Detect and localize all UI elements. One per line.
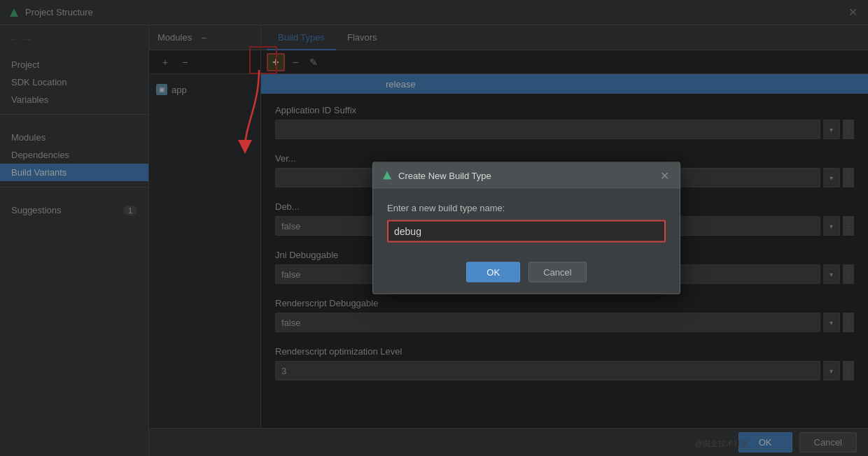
svg-marker-2 [383, 171, 391, 180]
dialog-close-button[interactable]: ✕ [657, 169, 671, 183]
create-build-type-dialog: Create New Build Type ✕ Enter a new buil… [372, 162, 680, 294]
dialog-prompt: Enter a new build type name: [387, 203, 666, 213]
dialog-ok-button[interactable]: OK [466, 262, 520, 283]
build-type-name-input[interactable] [391, 223, 662, 240]
dialog-buttons: OK Cancel [373, 254, 680, 294]
dialog-title: Create New Build Type [398, 170, 657, 180]
dialog-input-wrapper [387, 220, 666, 243]
dialog-titlebar: Create New Build Type ✕ [373, 163, 680, 189]
dialog-body: Enter a new build type name: [373, 189, 680, 254]
dialog-icon [382, 170, 393, 181]
dialog-cancel-button[interactable]: Cancel [528, 262, 586, 283]
